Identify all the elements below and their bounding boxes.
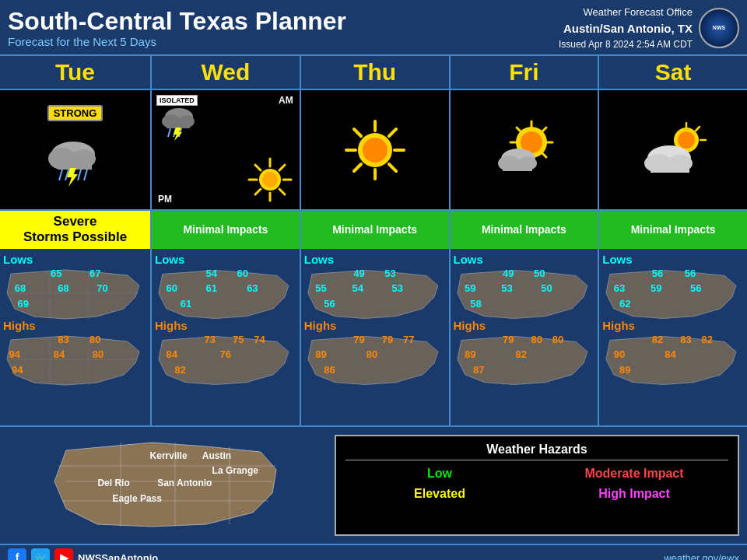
hazard-elevated: Elevated bbox=[345, 487, 534, 501]
lows-section-tue: Lows 65 67 68 68 70 69 bbox=[3, 253, 147, 319]
page-title: South-Central Texas Planner bbox=[8, 8, 346, 35]
lows-label-fri: Lows bbox=[454, 253, 595, 266]
svg-point-19 bbox=[262, 172, 278, 187]
tue-high-1: 83 bbox=[58, 334, 68, 345]
temp-cell-sat: Lows 56 56 63 59 56 62 Highs 82 83 bbox=[598, 248, 747, 425]
svg-line-45 bbox=[542, 152, 546, 157]
svg-point-52 bbox=[678, 131, 695, 149]
city-sanantonio: San Antonio bbox=[157, 478, 212, 488]
hazard-low: Low bbox=[345, 467, 534, 481]
svg-line-25 bbox=[279, 189, 285, 194]
wfo-line2: Austin/San Antonio, TX bbox=[559, 20, 693, 38]
highs-section-wed: Highs 73 75 74 84 76 82 bbox=[155, 319, 296, 385]
tue-low-1: 65 bbox=[51, 268, 61, 279]
tue-low-5: 70 bbox=[96, 282, 107, 294]
youtube-icon[interactable]: ▶ bbox=[54, 548, 73, 560]
svg-line-4 bbox=[59, 170, 62, 180]
wfo-line1: Weather Forecast Office bbox=[559, 5, 693, 20]
svg-line-8 bbox=[84, 170, 87, 180]
svg-line-14 bbox=[168, 128, 170, 137]
strong-badge: STRONG bbox=[47, 105, 103, 121]
day-sat: Sat bbox=[598, 56, 747, 89]
map-sat-lows bbox=[602, 266, 744, 324]
tue-low-3: 68 bbox=[15, 282, 26, 294]
city-austin: Austin bbox=[202, 450, 231, 461]
header: South-Central Texas Planner Forecast for… bbox=[0, 0, 747, 54]
highs-label-fri: Highs bbox=[454, 319, 595, 332]
svg-line-36 bbox=[389, 129, 396, 136]
highs-label-tue: Highs bbox=[3, 319, 147, 332]
nws-logo: NWS bbox=[699, 8, 739, 48]
map-sat-highs bbox=[602, 332, 744, 390]
city-eaglepass: Eagle Pass bbox=[113, 493, 162, 504]
tue-low-2: 67 bbox=[89, 268, 100, 279]
city-delrio: Del Rio bbox=[97, 478, 129, 488]
svg-line-27 bbox=[255, 189, 261, 194]
map-thu-lows bbox=[304, 266, 446, 324]
icons-row: STRONG ISOLATED AM PM bbox=[0, 90, 747, 211]
forecast-subtitle: Forecast for the Next 5 Days bbox=[8, 35, 346, 48]
map-thu-highs bbox=[304, 332, 446, 390]
temp-cell-wed: Lows 54 60 60 61 63 61 Highs 73 75 bbox=[150, 248, 300, 425]
icon-fri bbox=[449, 90, 598, 209]
svg-line-46 bbox=[542, 128, 546, 132]
impact-sat: Minimal Impacts bbox=[598, 211, 747, 249]
svg-rect-13 bbox=[167, 121, 190, 128]
lows-label-tue: Lows bbox=[3, 253, 147, 266]
map-fri-highs bbox=[454, 332, 595, 390]
tue-high-3: 94 bbox=[9, 348, 19, 360]
temps-row: Lows 65 67 68 68 70 69 Highs bbox=[0, 248, 747, 427]
social-links[interactable]: f 🐦 ▶ NWSSanAntonio bbox=[8, 548, 158, 560]
lows-section-thu: Lows 49 53 55 54 53 56 bbox=[304, 253, 446, 319]
map-tue-highs bbox=[3, 332, 147, 390]
temp-cell-fri: Lows 49 50 59 53 50 58 Highs 79 80 bbox=[449, 248, 598, 425]
svg-line-55 bbox=[696, 127, 700, 131]
hazards-box: Weather Hazards Low Moderate Impact Elev… bbox=[335, 435, 739, 536]
twitter-icon[interactable]: 🐦 bbox=[31, 548, 50, 560]
svg-rect-59 bbox=[651, 163, 689, 173]
city-map-section: Kerrville Austin La Grange Del Rio San A… bbox=[0, 427, 335, 544]
day-wed: Wed bbox=[150, 56, 300, 89]
issued-time: Issued Apr 8 2024 2:54 AM CDT bbox=[559, 37, 693, 51]
impact-row: Severe Storms Possible Minimal Impacts M… bbox=[0, 211, 747, 248]
day-tue: Tue bbox=[0, 56, 150, 89]
icon-wed: ISOLATED AM PM bbox=[150, 90, 300, 209]
impact-thu: Minimal Impacts bbox=[300, 211, 449, 249]
map-wed-highs bbox=[155, 332, 296, 390]
cloudy-icon-sat bbox=[638, 115, 708, 185]
tue-high-2: 80 bbox=[89, 334, 100, 345]
map-wed-lows bbox=[155, 266, 296, 324]
pm-label: PM bbox=[158, 194, 172, 205]
bottom-row: Kerrville Austin La Grange Del Rio San A… bbox=[0, 427, 747, 544]
map-fri-lows bbox=[454, 266, 595, 324]
lows-section-wed: Lows 54 60 60 61 63 61 bbox=[155, 253, 296, 319]
partlycloudy-icon-fri bbox=[489, 115, 559, 185]
day-thu: Thu bbox=[300, 56, 449, 89]
hazard-moderate: Moderate Impact bbox=[540, 467, 728, 481]
facebook-icon[interactable]: f bbox=[8, 548, 26, 560]
lows-label-thu: Lows bbox=[304, 253, 446, 266]
lows-label-wed: Lows bbox=[155, 253, 296, 266]
highs-section-fri: Highs 79 80 80 89 82 87 bbox=[454, 319, 595, 385]
lows-section-sat: Lows 56 56 63 59 56 62 bbox=[602, 253, 744, 319]
city-map: Kerrville Austin La Grange Del Rio San A… bbox=[43, 435, 292, 536]
am-label: AM bbox=[279, 95, 293, 106]
lows-label-sat: Lows bbox=[602, 253, 744, 266]
icon-tue: STRONG bbox=[0, 90, 150, 209]
svg-line-44 bbox=[517, 128, 521, 132]
hazard-high: High Impact bbox=[540, 487, 728, 501]
temp-cell-tue: Lows 65 67 68 68 70 69 Highs bbox=[0, 248, 150, 425]
tue-low-4: 68 bbox=[58, 282, 68, 294]
icon-sat bbox=[598, 90, 747, 209]
highs-section-tue: Highs 83 80 94 84 80 94 bbox=[3, 319, 147, 385]
svg-line-26 bbox=[279, 165, 285, 170]
svg-line-34 bbox=[354, 129, 361, 136]
header-right: Weather Forecast Office Austin/San Anton… bbox=[559, 5, 739, 51]
svg-point-29 bbox=[363, 138, 388, 163]
svg-line-35 bbox=[389, 164, 396, 171]
social-handle: NWSSanAntonio bbox=[78, 552, 158, 561]
svg-rect-3 bbox=[58, 159, 92, 170]
icon-thu bbox=[300, 90, 449, 209]
day-fri: Fri bbox=[449, 56, 598, 89]
svg-line-37 bbox=[354, 164, 361, 171]
